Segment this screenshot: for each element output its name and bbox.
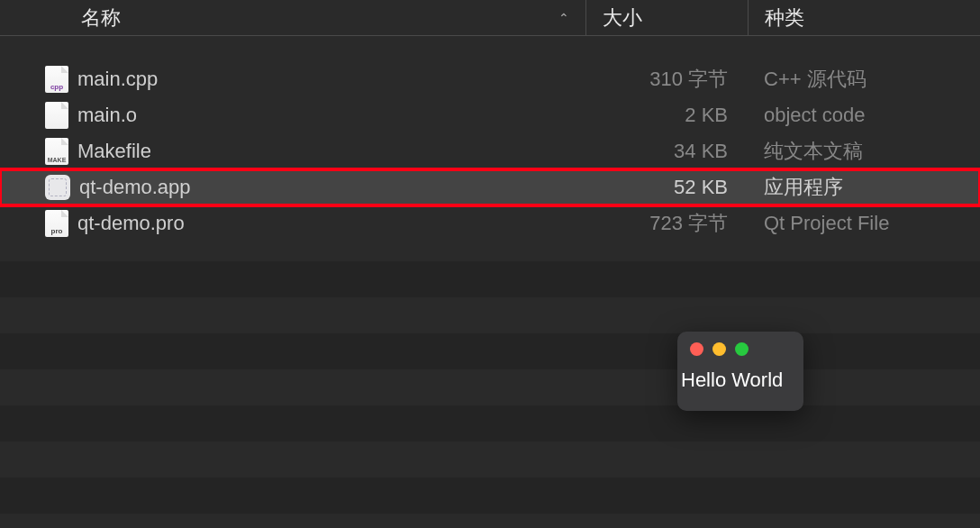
file-kind-label: C++ 源代码 [748,66,980,93]
file-name-cell: cppmain.cpp [0,66,585,93]
empty-row [0,405,980,442]
minimize-icon[interactable] [712,342,726,356]
app-icon [45,175,70,200]
column-header-size[interactable]: 大小 [585,0,748,35]
file-size-label: 52 KB [585,176,748,199]
hello-world-window[interactable]: Hello World [677,332,803,411]
file-size-label: 723 字节 [585,210,748,237]
file-row[interactable]: proqt-demo.pro723 字节Qt Project File [0,205,980,241]
file-name-label: Makefile [77,140,151,163]
zoom-icon[interactable] [735,342,749,356]
file-name-cell: main.o [0,102,585,129]
file-kind-label: object code [748,104,980,127]
file-icon: pro [45,210,68,237]
column-header-kind[interactable]: 种类 [748,0,980,35]
file-icon: MAKE [45,138,68,165]
file-name-cell: qt-demo.app [0,175,585,200]
empty-row [0,333,980,369]
file-name-cell: MAKEMakefile [0,138,585,165]
hello-world-label: Hello World [677,363,803,392]
file-icon [45,102,68,129]
file-name-label: qt-demo.pro [77,212,185,235]
file-kind-label: 纯文本文稿 [748,138,980,165]
empty-rows-area [0,261,980,528]
file-size-label: 310 字节 [585,66,748,93]
column-kind-label: 种类 [765,5,804,32]
file-name-label: qt-demo.app [79,176,191,199]
file-row[interactable]: main.o2 KBobject code [0,97,980,133]
file-size-label: 34 KB [585,140,748,163]
window-traffic-lights [677,332,803,363]
file-name-label: main.cpp [77,68,158,91]
file-kind-label: 应用程序 [748,174,980,201]
column-size-label: 大小 [603,5,642,32]
close-icon[interactable] [690,342,703,356]
file-kind-label: Qt Project File [748,212,980,235]
sort-chevron-icon: ⌃ [558,11,569,25]
file-row[interactable]: cppmain.cpp310 字节C++ 源代码 [0,61,980,97]
file-row[interactable]: qt-demo.app52 KB应用程序 [0,169,980,205]
file-name-label: main.o [77,104,137,127]
empty-row [0,261,980,297]
file-icon: cpp [45,66,68,93]
column-header-row: 名称 ⌃ 大小 种类 [0,0,980,36]
file-size-label: 2 KB [585,104,748,127]
column-name-label: 名称 [81,5,121,32]
file-name-cell: proqt-demo.pro [0,210,585,237]
file-list: cppmain.cpp310 字节C++ 源代码main.o2 KBobject… [0,36,980,241]
file-row[interactable]: MAKEMakefile34 KB纯文本文稿 [0,133,980,169]
empty-row [0,478,980,514]
column-header-name[interactable]: 名称 ⌃ [0,5,585,32]
